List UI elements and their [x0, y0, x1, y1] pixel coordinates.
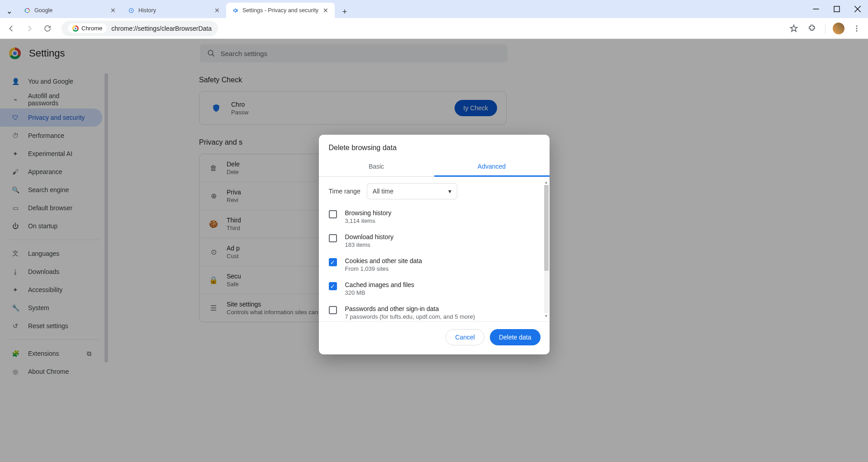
- cancel-button[interactable]: Cancel: [446, 329, 484, 345]
- reload-button[interactable]: [40, 21, 55, 36]
- new-tab-button[interactable]: +: [338, 5, 351, 18]
- profile-avatar[interactable]: [831, 21, 846, 36]
- svg-point-4: [856, 28, 858, 29]
- checkbox[interactable]: [329, 234, 337, 242]
- check-title: Passwords and other sign-in data: [345, 305, 475, 312]
- scroll-up-icon[interactable]: ▴: [544, 179, 549, 185]
- modal-overlay[interactable]: Delete browsing data Basic Advanced Time…: [0, 39, 868, 462]
- tab-google[interactable]: Google ✕: [18, 3, 122, 18]
- browser-titlebar: ⌄ Google ✕ History ✕ Settings - Privacy …: [0, 0, 868, 18]
- check-title: Download history: [345, 233, 394, 240]
- check-subtitle: 7 passwords (for tufts.edu, updf.com, an…: [345, 313, 475, 320]
- back-button[interactable]: [4, 21, 19, 36]
- tab-title: Settings - Privacy and security: [242, 7, 318, 14]
- checkbox[interactable]: [329, 210, 337, 218]
- check-cookies[interactable]: Cookies and other site dataFrom 1,039 si…: [329, 253, 540, 277]
- chrome-label: Chrome: [81, 25, 102, 32]
- dialog-body: Time range All time ▾ Browsing history3,…: [319, 177, 550, 321]
- check-download-history[interactable]: Download history183 items: [329, 229, 540, 253]
- check-title: Cookies and other site data: [345, 257, 422, 264]
- close-icon[interactable]: ✕: [213, 7, 221, 14]
- tab-search-dropdown[interactable]: ⌄: [0, 4, 18, 18]
- tab-history[interactable]: History ✕: [122, 3, 226, 18]
- tab-settings[interactable]: Settings - Privacy and security ✕: [226, 3, 335, 18]
- check-subtitle: 183 items: [345, 241, 394, 248]
- chevron-down-icon: ▾: [448, 188, 451, 195]
- url-text: chrome://settings/clearBrowserData: [111, 25, 212, 32]
- check-title: Browsing history: [345, 209, 392, 217]
- checkbox[interactable]: [329, 306, 337, 314]
- close-icon[interactable]: ✕: [322, 7, 329, 14]
- time-range-select[interactable]: All time ▾: [367, 183, 457, 199]
- check-browsing-history[interactable]: Browsing history3,114 items: [329, 205, 540, 229]
- history-icon: [128, 7, 135, 14]
- select-value: All time: [373, 188, 394, 195]
- tab-title: Google: [34, 7, 106, 14]
- extensions-button[interactable]: [804, 21, 820, 36]
- time-range-label: Time range: [329, 188, 360, 195]
- svg-point-3: [856, 25, 858, 27]
- site-info-chip[interactable]: Chrome: [68, 24, 107, 33]
- check-subtitle: 320 MB: [345, 289, 414, 296]
- chrome-logo-icon: [72, 25, 79, 32]
- checkbox[interactable]: [329, 282, 337, 290]
- svg-point-5: [856, 30, 858, 31]
- tab-advanced[interactable]: Advanced: [434, 157, 550, 177]
- window-controls: [806, 0, 868, 18]
- tab-basic[interactable]: Basic: [319, 157, 434, 177]
- menu-button[interactable]: [849, 21, 864, 36]
- forward-button[interactable]: [22, 21, 37, 36]
- check-cached[interactable]: Cached images and files320 MB: [329, 277, 540, 301]
- address-bar[interactable]: Chrome chrome://settings/clearBrowserDat…: [62, 21, 218, 36]
- delete-data-button[interactable]: Delete data: [490, 329, 541, 345]
- svg-rect-2: [834, 6, 840, 12]
- close-window-button[interactable]: [847, 0, 868, 18]
- google-favicon: [24, 7, 31, 14]
- tab-title: History: [138, 7, 210, 14]
- scroll-down-icon[interactable]: ▾: [544, 313, 549, 319]
- gear-icon: [232, 7, 239, 14]
- check-title: Cached images and files: [345, 281, 414, 288]
- settings-page: Settings Search settings 👤You and Google…: [0, 39, 868, 462]
- bookmark-button[interactable]: [786, 21, 802, 36]
- dialog-tabs: Basic Advanced: [319, 157, 550, 177]
- dialog-title: Delete browsing data: [319, 135, 550, 157]
- check-subtitle: From 1,039 sites: [345, 265, 422, 272]
- dialog-scrollbar[interactable]: ▴ ▾: [544, 179, 549, 319]
- check-subtitle: 3,114 items: [345, 217, 392, 224]
- maximize-button[interactable]: [826, 0, 847, 18]
- minimize-button[interactable]: [806, 0, 826, 18]
- browser-toolbar: Chrome chrome://settings/clearBrowserDat…: [0, 18, 868, 39]
- check-passwords[interactable]: Passwords and other sign-in data7 passwo…: [329, 301, 540, 321]
- delete-browsing-data-dialog: Delete browsing data Basic Advanced Time…: [319, 135, 550, 354]
- close-icon[interactable]: ✕: [109, 7, 117, 14]
- checkbox[interactable]: [329, 258, 337, 266]
- dialog-actions: Cancel Delete data: [319, 321, 550, 354]
